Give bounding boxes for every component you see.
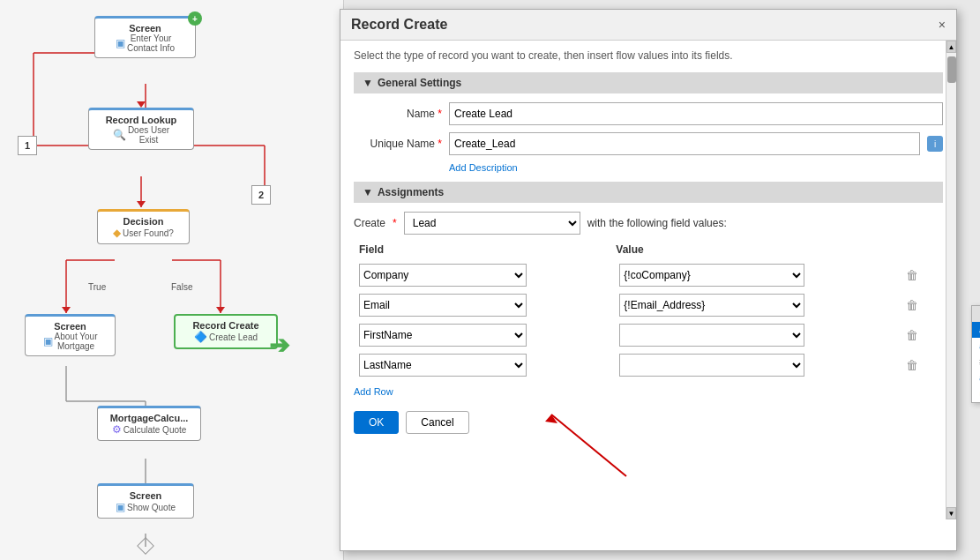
dialog-header: Record Create × bbox=[340, 10, 956, 41]
value-select-4[interactable] bbox=[619, 354, 804, 377]
node-record-create[interactable]: Record Create 🔷 Create Lead bbox=[174, 314, 278, 349]
assign-chevron: ▼ bbox=[363, 186, 373, 198]
field-select-4[interactable]: LastName bbox=[359, 354, 527, 377]
field-select-1[interactable]: Company bbox=[359, 264, 527, 287]
screen3-icon: ▣ bbox=[116, 501, 125, 513]
unique-name-input[interactable] bbox=[449, 132, 920, 155]
screen-icon: ▣ bbox=[116, 37, 125, 49]
calc-icon: ⚙ bbox=[112, 423, 122, 436]
dialog-action-row: OK Cancel bbox=[354, 411, 943, 434]
close-button[interactable]: × bbox=[939, 18, 946, 32]
info-icon[interactable]: i bbox=[927, 136, 943, 152]
ok-button[interactable]: OK bbox=[354, 411, 399, 434]
name-row: Name * bbox=[354, 102, 943, 125]
assignments-header: ▼ Assignments bbox=[354, 182, 943, 203]
dropdown-scroll[interactable]: a Email_Address a First_Name # Interest_… bbox=[972, 322, 980, 402]
dropdown-item-mortgage[interactable]: 🪙 Mortgage_Amount bbox=[972, 385, 980, 402]
node-record-lookup[interactable]: Record Lookup 🔍 Does User Exist bbox=[88, 108, 194, 150]
add-row-link[interactable]: Add Row bbox=[354, 386, 393, 397]
dropdown-item-lastname[interactable]: a Last_Name bbox=[972, 370, 980, 385]
name-label: Name * bbox=[354, 108, 442, 120]
arrow-indicator: ➔ bbox=[269, 331, 289, 360]
node-show-quote[interactable]: Screen ▣ Show Quote bbox=[97, 483, 194, 519]
svg-marker-17 bbox=[137, 201, 146, 207]
node-mortgage-calc[interactable]: MortgageCalcu... ⚙ Calculate Quote bbox=[97, 406, 201, 441]
table-row: Email {!Email_Address} 🗑 bbox=[355, 291, 941, 319]
field-col-header: Field bbox=[355, 243, 614, 259]
label-1: 1 bbox=[18, 136, 37, 155]
false-label: False bbox=[171, 282, 192, 292]
add-description-link[interactable]: Add Description bbox=[449, 162, 943, 173]
unique-name-row: Unique Name * i bbox=[354, 132, 943, 155]
svg-marker-19 bbox=[216, 307, 225, 313]
start-indicator: + bbox=[188, 11, 202, 26]
dropdown-item-interestrate[interactable]: # Interest_Rate bbox=[972, 354, 980, 370]
dialog-description: Select the type of record you want to cr… bbox=[354, 49, 943, 62]
assignment-table: Field Value Company {!coCompany} bbox=[354, 242, 943, 381]
label-2: 2 bbox=[251, 185, 271, 205]
dropdown-section-header: ▼ SCREEN INPUT FIELDS bbox=[972, 306, 980, 322]
with-text: with the following field values: bbox=[587, 217, 727, 229]
dropdown-item-email[interactable]: a Email_Address bbox=[972, 322, 980, 338]
node-enter-contact[interactable]: + Screen ▣ Enter Your Contact Info bbox=[94, 16, 196, 58]
dropdown-item-firstname[interactable]: a First_Name bbox=[972, 338, 980, 354]
decision-icon: ◆ bbox=[113, 227, 121, 239]
end-diamond bbox=[137, 537, 154, 555]
create-row: Create * Lead with the following field v… bbox=[354, 212, 943, 235]
svg-marker-16 bbox=[137, 101, 146, 108]
dialog-title: Record Create bbox=[351, 17, 447, 33]
delete-row-3[interactable]: 🗑 bbox=[906, 328, 918, 342]
cancel-button[interactable]: Cancel bbox=[406, 411, 468, 434]
dialog-body: Select the type of record you want to cr… bbox=[340, 41, 956, 550]
node-decision[interactable]: Decision ◆ User Found? bbox=[97, 209, 190, 244]
record-create-dialog: ▲ ▼ Record Create × Select the type of r… bbox=[340, 9, 957, 551]
flow-canvas: 1 2 + Screen ▣ Enter Your Contact Info R… bbox=[0, 0, 344, 560]
value-col-header: Value bbox=[616, 243, 901, 259]
name-input[interactable] bbox=[449, 102, 943, 125]
value-select-2[interactable]: {!Email_Address} bbox=[619, 294, 804, 317]
node-about-mortgage[interactable]: Screen ▣ About Your Mortgage bbox=[25, 314, 116, 356]
value-select-1[interactable]: {!coCompany} bbox=[619, 264, 804, 287]
create-icon: 🔷 bbox=[194, 331, 207, 343]
field-select-3[interactable]: FirstName bbox=[359, 324, 527, 347]
svg-marker-18 bbox=[62, 307, 71, 313]
object-type-select[interactable]: Lead bbox=[404, 212, 580, 235]
general-settings-header: ▼ General Settings bbox=[354, 72, 943, 93]
lookup-icon: 🔍 bbox=[113, 129, 126, 141]
delete-row-4[interactable]: 🗑 bbox=[906, 358, 918, 372]
create-label: Create bbox=[354, 217, 385, 229]
unique-name-label: Unique Name * bbox=[354, 138, 442, 150]
section-chevron: ▼ bbox=[363, 77, 373, 89]
delete-row-2[interactable]: 🗑 bbox=[906, 298, 918, 312]
field-value-dropdown[interactable]: ▼ SCREEN INPUT FIELDS a Email_Address a … bbox=[971, 305, 980, 403]
value-select-3[interactable] bbox=[619, 324, 804, 347]
table-row: LastName 🗑 bbox=[355, 351, 941, 379]
table-row: FirstName 🗑 bbox=[355, 321, 941, 349]
delete-row-1[interactable]: 🗑 bbox=[906, 268, 918, 282]
field-select-2[interactable]: Email bbox=[359, 294, 527, 317]
true-label: True bbox=[88, 282, 106, 292]
screen2-icon: ▣ bbox=[43, 335, 53, 347]
table-row: Company {!coCompany} 🗑 bbox=[355, 261, 941, 289]
